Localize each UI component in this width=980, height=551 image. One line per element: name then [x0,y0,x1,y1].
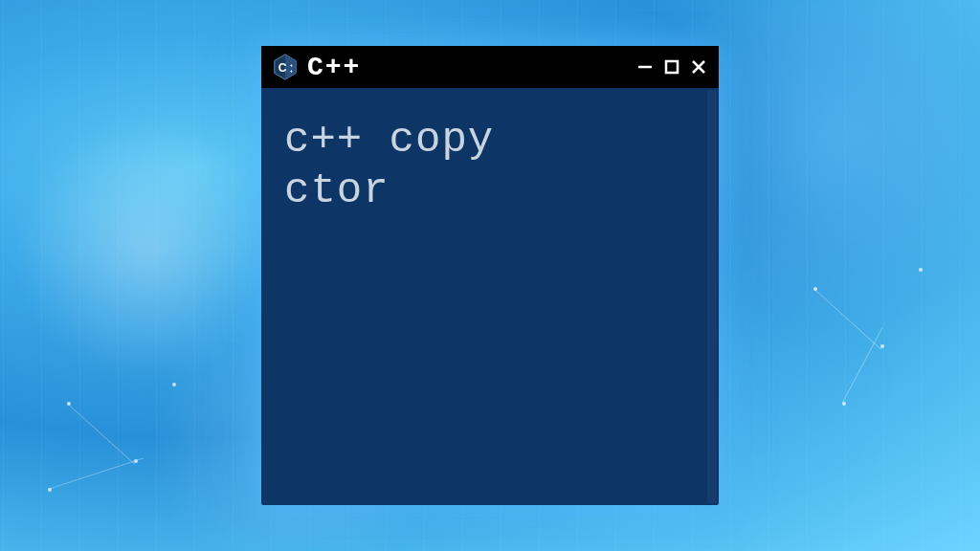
decoration-node [919,268,923,272]
decoration-node [172,383,176,386]
cpp-icon: C + + [271,53,300,81]
app-window: C + + C++ c++ copy ctor [261,46,719,505]
svg-rect-6 [666,61,678,73]
window-controls [635,56,709,77]
close-button[interactable] [688,56,709,77]
maximize-button[interactable] [661,56,682,77]
scrollbar[interactable] [707,90,717,503]
titlebar[interactable]: C + + C++ [261,46,719,88]
svg-text:C: C [278,61,287,75]
minimize-button[interactable] [635,56,656,77]
terminal-content: c++ copy ctor [261,88,719,243]
window-title: C++ [307,53,627,82]
